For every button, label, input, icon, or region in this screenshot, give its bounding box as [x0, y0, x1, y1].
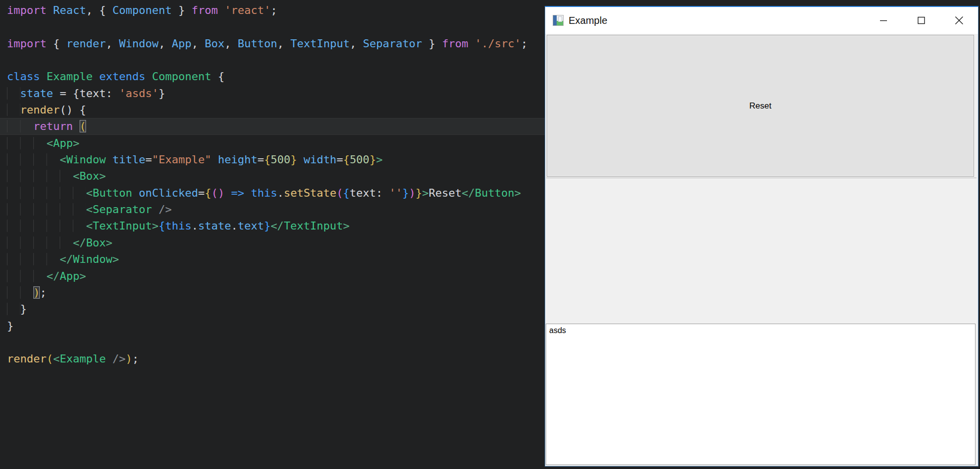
code-line[interactable]: state = {text: 'asds'}	[0, 85, 545, 102]
window-content: Reset asds	[545, 34, 978, 466]
indent-guide	[7, 104, 20, 116]
caption-buttons	[865, 7, 978, 34]
code-editor[interactable]: import React, { Component } from 'react'…	[0, 0, 545, 469]
minimize-icon	[880, 16, 887, 24]
code-line[interactable]	[0, 52, 545, 68]
indent-guide	[7, 286, 33, 299]
code-lines: import React, { Component } from 'react'…	[0, 2, 545, 367]
indent-guide	[7, 153, 60, 166]
bracket-match: )	[33, 286, 40, 299]
close-icon	[955, 16, 964, 25]
code-line[interactable]: </App>	[0, 268, 545, 284]
code-line[interactable]: return (	[0, 118, 545, 134]
code-line[interactable]	[0, 18, 545, 35]
indent-guide	[7, 253, 60, 265]
indent-guide	[7, 303, 20, 315]
code-line[interactable]: import React, { Component } from 'react'…	[0, 2, 545, 18]
code-line[interactable]: </Window>	[0, 251, 545, 267]
code-line[interactable]: }	[0, 318, 545, 334]
code-line[interactable]: );	[0, 284, 545, 301]
maximize-icon	[917, 16, 925, 24]
code-line[interactable]: </Box>	[0, 234, 545, 251]
maximize-button[interactable]	[902, 7, 940, 34]
indent-guide	[7, 120, 33, 132]
code-line[interactable]: class Example extends Component {	[0, 68, 545, 85]
indent-guide	[7, 236, 73, 249]
indent-guide	[7, 203, 86, 216]
code-line[interactable]: <TextInput>{this.state.text}</TextInput>	[0, 218, 545, 234]
code-line[interactable]: <Separator />	[0, 201, 545, 218]
code-line[interactable]	[0, 334, 545, 351]
window-title: Example	[569, 15, 607, 26]
example-window: Example Reset asds	[545, 6, 979, 467]
indent-guide	[7, 137, 46, 149]
indent-guide	[7, 270, 46, 282]
indent-guide	[7, 187, 86, 199]
code-line[interactable]: render(<Example />);	[0, 351, 545, 367]
minimize-button[interactable]	[865, 7, 902, 34]
code-line[interactable]: <Box>	[0, 168, 545, 184]
indent-guide	[7, 170, 73, 182]
code-line[interactable]: <Window title="Example" height={500} wid…	[0, 151, 545, 168]
indent-guide	[7, 87, 20, 100]
separator-line	[546, 178, 977, 179]
close-button[interactable]	[940, 7, 978, 34]
indent-guide	[7, 220, 86, 232]
code-line[interactable]: <App>	[0, 135, 545, 151]
code-line[interactable]: render() {	[0, 102, 545, 118]
code-line[interactable]: import { render, Window, App, Box, Butto…	[0, 35, 545, 52]
reset-button-label: Reset	[749, 101, 771, 111]
window-titlebar[interactable]: Example	[545, 7, 978, 34]
text-input[interactable]: asds	[546, 324, 976, 465]
reset-button[interactable]: Reset	[547, 35, 974, 177]
app-icon	[553, 15, 564, 26]
bracket-match: (	[80, 120, 86, 132]
code-line[interactable]: <Button onClicked={() => this.setState({…	[0, 185, 545, 201]
code-line[interactable]: }	[0, 301, 545, 317]
